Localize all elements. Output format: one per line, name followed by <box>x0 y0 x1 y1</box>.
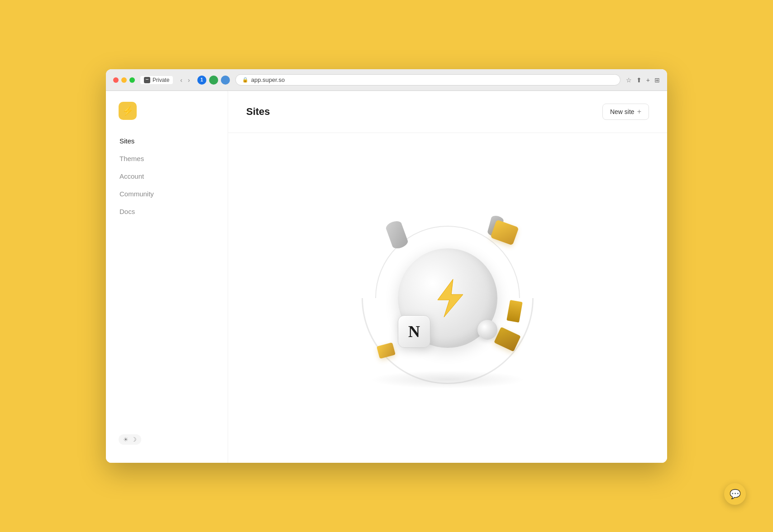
sun-icon: ☀ <box>123 436 129 443</box>
sidebar: ⚡ Sites Themes Account Community Docs ☀ … <box>106 91 228 463</box>
private-label: Private <box>153 77 169 83</box>
browser-nav: ‹ › <box>178 76 191 85</box>
forward-button[interactable]: › <box>186 76 192 85</box>
main-content: Sites New site + <box>228 91 667 463</box>
browser-actions: ☆ ⬆ + ⊞ <box>626 76 660 84</box>
extension-2-icon[interactable] <box>209 76 218 85</box>
logo-area: ⚡ <box>106 102 228 133</box>
logo-bolt-icon: ⚡ <box>122 106 134 115</box>
minimize-button[interactable] <box>121 77 127 83</box>
tabs-icon[interactable]: ⊞ <box>654 76 660 84</box>
hero-area: N <box>228 133 667 463</box>
theme-toggle[interactable]: ☀ ☽ <box>119 434 141 445</box>
moon-icon: ☽ <box>131 436 137 443</box>
address-bar[interactable]: 🔒 app.super.so <box>235 74 620 86</box>
nav-item-docs[interactable]: Docs <box>115 203 219 220</box>
notion-cube: N <box>398 315 430 348</box>
nav-item-sites[interactable]: Sites <box>115 133 219 149</box>
page-header: Sites New site + <box>228 91 667 133</box>
nav-item-community[interactable]: Community <box>115 185 219 202</box>
bookmark-icon[interactable]: ☆ <box>626 76 632 84</box>
new-site-button[interactable]: New site + <box>602 104 649 120</box>
new-site-label: New site <box>610 108 635 115</box>
extension-1-icon[interactable]: 1 <box>197 76 206 85</box>
nav-item-account[interactable]: Account <box>115 168 219 185</box>
shadow-ellipse <box>371 370 525 389</box>
svg-rect-0 <box>144 77 150 83</box>
traffic-lights <box>113 77 135 83</box>
back-button[interactable]: ‹ <box>178 76 184 85</box>
nav-items: Sites Themes Account Community Docs <box>106 133 228 427</box>
sidebar-bottom: ☀ ☽ <box>106 427 228 452</box>
browser-chrome: Private ‹ › 1 🔒 app.super.so ☆ ⬆ + ⊞ <box>106 69 667 91</box>
url-text: app.super.so <box>251 76 285 83</box>
close-button[interactable] <box>113 77 119 83</box>
illustration: N <box>353 203 543 393</box>
maximize-button[interactable] <box>129 77 135 83</box>
tab-icon <box>144 77 150 83</box>
notion-n-icon: N <box>408 323 420 340</box>
lock-icon: 🔒 <box>242 77 248 83</box>
logo-icon: ⚡ <box>119 102 137 120</box>
small-sphere-shape <box>477 320 497 340</box>
new-tab-icon[interactable]: + <box>646 76 650 84</box>
plus-icon: + <box>637 108 641 116</box>
browser-window: Private ‹ › 1 🔒 app.super.so ☆ ⬆ + ⊞ <box>106 69 667 463</box>
share-icon[interactable]: ⬆ <box>636 76 642 84</box>
nav-item-themes[interactable]: Themes <box>115 150 219 167</box>
private-badge: Private <box>140 76 173 84</box>
page-title: Sites <box>246 106 270 118</box>
chat-bubble-button[interactable]: 💬 <box>724 483 746 505</box>
extension-3-icon[interactable] <box>221 76 230 85</box>
browser-extension-icons: 1 <box>197 76 230 85</box>
app-body: ⚡ Sites Themes Account Community Docs ☀ … <box>106 91 667 463</box>
bolt-svg-icon <box>429 276 466 321</box>
chat-icon: 💬 <box>730 489 741 499</box>
